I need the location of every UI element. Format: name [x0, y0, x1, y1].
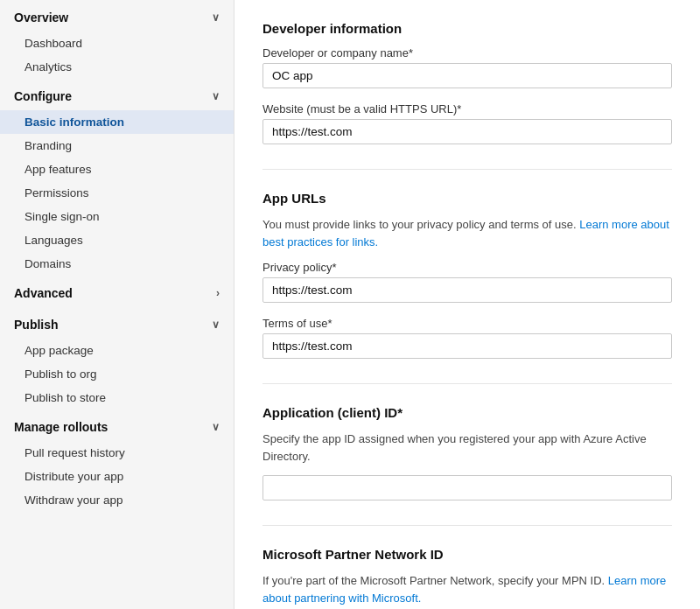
- sidebar-item-domains[interactable]: Domains: [0, 252, 234, 276]
- field-input-terms-of-use[interactable]: [262, 333, 672, 359]
- sidebar-section-manage-rollouts[interactable]: Manage rollouts∨: [0, 410, 234, 441]
- sidebar-section-chevron-advanced: ›: [216, 287, 220, 299]
- sidebar-item-dashboard[interactable]: Dashboard: [0, 32, 234, 55]
- field-group-privacy-policy: Privacy policy*: [262, 261, 672, 303]
- field-input-client-id[interactable]: [262, 475, 672, 500]
- section-info-application-client-id: Specify the app ID assigned when you reg…: [262, 430, 672, 465]
- divider-0: [262, 169, 672, 170]
- sidebar-section-chevron-configure: ∨: [212, 90, 220, 102]
- sidebar-section-chevron-publish: ∨: [212, 318, 220, 331]
- sidebar-item-distribute-your-app[interactable]: Distribute your app: [0, 465, 234, 488]
- field-group-terms-of-use: Terms of use*: [262, 317, 672, 359]
- field-group-developer-name: Developer or company name*: [262, 46, 672, 88]
- section-application-client-id: Application (client) ID*Specify the app …: [262, 405, 672, 500]
- field-label-developer-name: Developer or company name*: [262, 46, 672, 60]
- sidebar-item-permissions[interactable]: Permissions: [0, 181, 234, 205]
- section-info-microsoft-partner-network: If you're part of the Microsoft Partner …: [262, 572, 672, 606]
- section-microsoft-partner-network: Microsoft Partner Network IDIf you're pa…: [262, 547, 672, 609]
- main-content: Developer informationDeveloper or compan…: [234, 0, 700, 609]
- sidebar-section-label-advanced: Advanced: [14, 286, 73, 300]
- sidebar-item-withdraw-your-app[interactable]: Withdraw your app: [0, 488, 234, 512]
- divider-1: [262, 383, 672, 384]
- field-input-website[interactable]: [262, 119, 672, 144]
- section-title-application-client-id: Application (client) ID*: [262, 405, 672, 420]
- sidebar-section-label-publish: Publish: [14, 318, 59, 332]
- sidebar-section-publish[interactable]: Publish∨: [0, 307, 234, 339]
- sidebar-item-publish-to-store[interactable]: Publish to store: [0, 386, 234, 410]
- field-label-website: Website (must be a valid HTTPS URL)*: [262, 102, 672, 116]
- field-group-client-id: [262, 475, 672, 500]
- section-title-developer-information: Developer information: [262, 21, 672, 36]
- field-label-privacy-policy: Privacy policy*: [262, 261, 672, 274]
- section-info-app-urls: You must provide links to your privacy p…: [262, 216, 672, 250]
- sidebar-section-overview[interactable]: Overview∨: [0, 0, 234, 32]
- sidebar-item-pull-request-history[interactable]: Pull request history: [0, 441, 234, 465]
- sidebar-item-single-sign-on[interactable]: Single sign-on: [0, 205, 234, 228]
- sidebar-section-label-overview: Overview: [14, 10, 68, 24]
- sidebar-item-app-features[interactable]: App features: [0, 158, 234, 181]
- sidebar-section-configure[interactable]: Configure∨: [0, 79, 234, 110]
- section-link-app-urls[interactable]: Learn more about best practices for link…: [262, 218, 669, 248]
- section-link-microsoft-partner-network[interactable]: Learn more about partnering with Microso…: [262, 574, 666, 605]
- sidebar-item-languages[interactable]: Languages: [0, 228, 234, 252]
- sidebar-item-basic-information[interactable]: Basic information: [0, 110, 234, 134]
- sidebar: Overview∨DashboardAnalyticsConfigure∨Bas…: [0, 0, 234, 609]
- sidebar-item-app-package[interactable]: App package: [0, 339, 234, 362]
- field-input-privacy-policy[interactable]: [262, 277, 672, 303]
- sidebar-section-chevron-manage-rollouts: ∨: [212, 421, 220, 433]
- section-developer-information: Developer informationDeveloper or compan…: [262, 21, 672, 144]
- sidebar-section-chevron-overview: ∨: [212, 11, 220, 24]
- sidebar-item-branding[interactable]: Branding: [0, 134, 234, 158]
- section-app-urls: App URLsYou must provide links to your p…: [262, 191, 672, 359]
- section-title-microsoft-partner-network: Microsoft Partner Network ID: [262, 547, 672, 562]
- field-label-terms-of-use: Terms of use*: [262, 317, 672, 330]
- divider-2: [262, 525, 672, 526]
- sidebar-section-label-configure: Configure: [14, 89, 72, 103]
- sidebar-item-analytics[interactable]: Analytics: [0, 55, 234, 79]
- sidebar-section-advanced[interactable]: Advanced›: [0, 276, 234, 307]
- section-title-app-urls: App URLs: [262, 191, 672, 206]
- field-input-developer-name[interactable]: [262, 63, 672, 88]
- field-group-website: Website (must be a valid HTTPS URL)*: [262, 102, 672, 144]
- sidebar-item-publish-to-org[interactable]: Publish to org: [0, 362, 234, 386]
- sidebar-section-label-manage-rollouts: Manage rollouts: [14, 420, 108, 434]
